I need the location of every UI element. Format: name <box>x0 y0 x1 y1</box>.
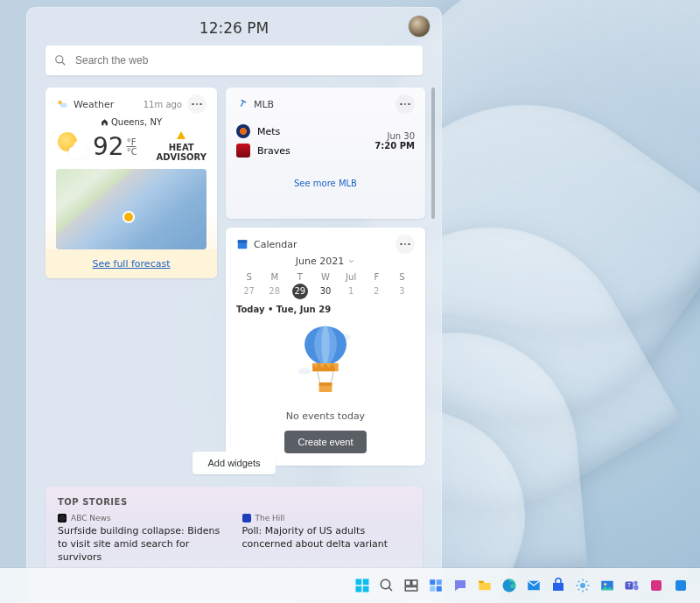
widgets-icon[interactable] <box>425 575 446 596</box>
svg-point-17 <box>381 579 390 589</box>
cal-day-3[interactable]: 3 <box>389 284 415 299</box>
calendar-month-picker[interactable]: June 2021 <box>236 256 415 267</box>
user-avatar[interactable] <box>409 16 430 37</box>
photos-icon[interactable] <box>597 575 618 596</box>
cal-day-29-today[interactable]: 29 <box>292 284 308 299</box>
task-view-icon[interactable] <box>401 575 422 596</box>
svg-rect-37 <box>651 580 662 591</box>
taskbar-search-icon[interactable] <box>376 575 397 596</box>
dayhead-jul: Jul <box>339 270 364 284</box>
weather-condition-icon <box>58 130 89 162</box>
svg-rect-23 <box>437 579 442 585</box>
svg-rect-13 <box>356 579 362 585</box>
weather-unit-f[interactable]: °F <box>127 137 136 147</box>
chevron-down-icon <box>347 257 355 265</box>
svg-line-9 <box>318 371 320 382</box>
svg-rect-26 <box>479 581 483 583</box>
weather-updated: 11m ago <box>144 100 182 109</box>
mlb-more-link[interactable]: See more MLB <box>236 179 415 188</box>
app-icon-1[interactable] <box>646 575 667 596</box>
weather-widget[interactable]: Weather 11m ago Queens, NY 92 °F °C <box>46 88 217 278</box>
home-icon <box>101 118 108 126</box>
widgets-panel: 12:26 PM Weather 11m ago Queens, NY <box>26 7 442 603</box>
svg-rect-14 <box>363 579 369 585</box>
mlb-game[interactable]: Mets Braves Jun 30 7:20 PM <box>236 124 415 158</box>
settings-icon[interactable] <box>572 575 593 596</box>
clock-time: 12:26 PM <box>26 19 442 37</box>
calendar-title: Calendar <box>254 239 396 250</box>
advisory-line2: ADVISORY <box>156 152 206 162</box>
weather-title: Weather <box>74 99 144 110</box>
weather-options[interactable] <box>187 95 206 114</box>
mlb-widget[interactable]: MLB Mets Braves <box>226 88 425 219</box>
scrollbar[interactable] <box>431 88 435 219</box>
svg-point-35 <box>634 581 638 585</box>
mail-icon[interactable] <box>523 575 544 596</box>
calendar-grid[interactable]: S M T W Jul F S 27 28 29 30 1 2 3 <box>236 270 415 299</box>
edge-icon[interactable] <box>499 575 520 596</box>
cal-day-28[interactable]: 28 <box>262 284 287 299</box>
calendar-icon <box>236 238 248 250</box>
mlb-game-time: Jun 30 7:20 PM <box>374 131 415 151</box>
top-stories-heading: TOP STORIES <box>58 497 410 507</box>
calendar-today-label: Today • Tue, Jun 29 <box>236 305 415 314</box>
svg-point-3 <box>60 103 67 108</box>
svg-rect-19 <box>405 580 410 585</box>
team-mets: Mets <box>257 126 280 137</box>
store-icon[interactable] <box>548 575 569 596</box>
calendar-options[interactable] <box>396 235 415 254</box>
search-icon <box>54 54 66 67</box>
story-2[interactable]: The Hill Poll: Majority of US adults con… <box>242 514 411 564</box>
mlb-title: MLB <box>254 99 396 110</box>
svg-rect-21 <box>405 587 417 592</box>
warning-icon <box>176 130 186 141</box>
dayhead-wed: W <box>312 270 338 284</box>
weather-location-text: Queens, NY <box>111 117 162 127</box>
teams-icon[interactable]: T <box>621 575 642 596</box>
weather-forecast-link[interactable]: See full forecast <box>46 249 217 278</box>
story-1-headline: Surfside building collapse: Bidens to vi… <box>58 525 227 564</box>
weather-location: Queens, NY <box>56 117 206 127</box>
story-2-headline: Poll: Majority of US adults concerned ab… <box>242 525 411 551</box>
explorer-icon[interactable] <box>474 575 495 596</box>
cal-day-2[interactable]: 2 <box>364 284 389 299</box>
cal-day-1[interactable]: 1 <box>339 284 364 299</box>
source-icon-abcnews <box>58 514 66 522</box>
mlb-options[interactable] <box>396 95 415 114</box>
dayhead-mon: M <box>262 270 287 284</box>
svg-line-10 <box>331 371 333 382</box>
start-button[interactable] <box>352 575 373 596</box>
svg-line-18 <box>388 587 392 591</box>
svg-text:T: T <box>627 582 631 588</box>
chat-icon[interactable] <box>450 575 471 596</box>
calendar-no-events: No events today <box>236 410 415 422</box>
svg-point-30 <box>580 583 585 588</box>
search-bar[interactable] <box>46 46 423 75</box>
weather-advisory[interactable]: HEAT ADVISORY <box>156 130 206 162</box>
app-icon-2[interactable] <box>670 575 691 596</box>
story-1[interactable]: ABC News Surfside building collapse: Bid… <box>58 514 227 564</box>
create-event-button[interactable]: Create event <box>284 431 368 453</box>
top-stories-widget[interactable]: TOP STORIES ABC News Surfside building c… <box>46 487 423 575</box>
taskbar[interactable]: T <box>0 568 700 603</box>
story-2-source: The Hill <box>256 514 285 522</box>
weather-map[interactable] <box>56 169 206 249</box>
cal-day-27[interactable]: 27 <box>236 284 262 299</box>
calendar-widget[interactable]: Calendar June 2021 S M T W Jul F S 27 28 <box>226 228 425 466</box>
svg-rect-38 <box>676 580 686 591</box>
cal-day-30[interactable]: 30 <box>312 284 338 299</box>
weather-unit-toggle[interactable]: °F °C <box>127 137 137 157</box>
svg-rect-20 <box>412 580 417 585</box>
sports-icon <box>236 98 248 110</box>
search-input[interactable] <box>74 53 414 67</box>
team-logo-mets <box>236 124 250 138</box>
weather-unit-c[interactable]: °C <box>127 147 137 157</box>
add-widgets-button[interactable]: Add widgets <box>192 452 276 474</box>
team-braves: Braves <box>257 145 290 157</box>
map-location-marker <box>124 213 133 221</box>
story-1-source: ABC News <box>71 514 111 522</box>
source-icon-thehill <box>242 514 251 522</box>
dayhead-sat: S <box>389 270 415 284</box>
svg-rect-25 <box>437 586 442 592</box>
svg-rect-15 <box>356 586 362 592</box>
